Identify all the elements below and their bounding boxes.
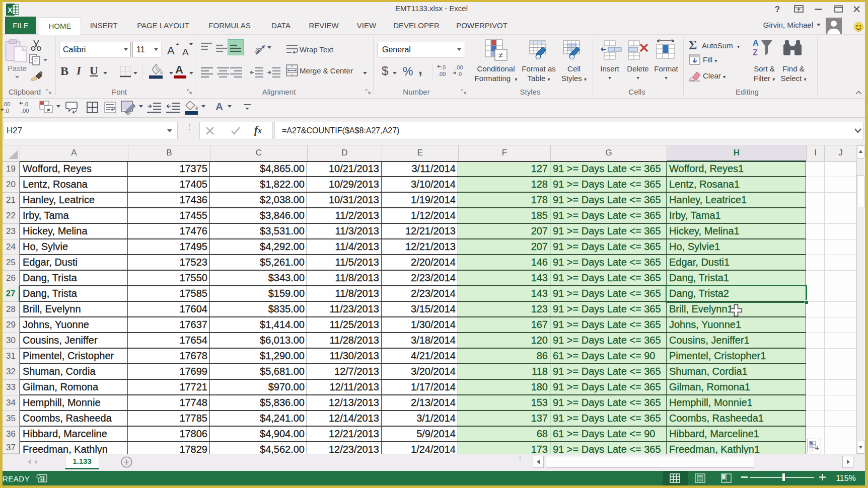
svg-text:ab: ab <box>252 45 263 56</box>
svg-text:.0: .0 <box>5 108 9 114</box>
svg-text:Z: Z <box>753 48 758 57</box>
svg-text:A: A <box>167 44 175 57</box>
svg-text:.0: .0 <box>441 64 446 70</box>
svg-text:.0: .0 <box>24 101 28 107</box>
svg-text:.0: .0 <box>457 71 462 77</box>
svg-text:≠: ≠ <box>499 51 503 59</box>
svg-text:A: A <box>753 39 759 47</box>
svg-text:X: X <box>8 6 13 14</box>
svg-text:A: A <box>182 47 189 57</box>
svg-text:.00: .00 <box>438 71 446 77</box>
svg-text:.00: .00 <box>455 64 463 70</box>
svg-text:.00: .00 <box>3 101 10 107</box>
svg-text:.00: .00 <box>21 108 29 114</box>
svg-text:≠: ≠ <box>47 107 50 113</box>
svg-text:?: ? <box>775 5 780 14</box>
